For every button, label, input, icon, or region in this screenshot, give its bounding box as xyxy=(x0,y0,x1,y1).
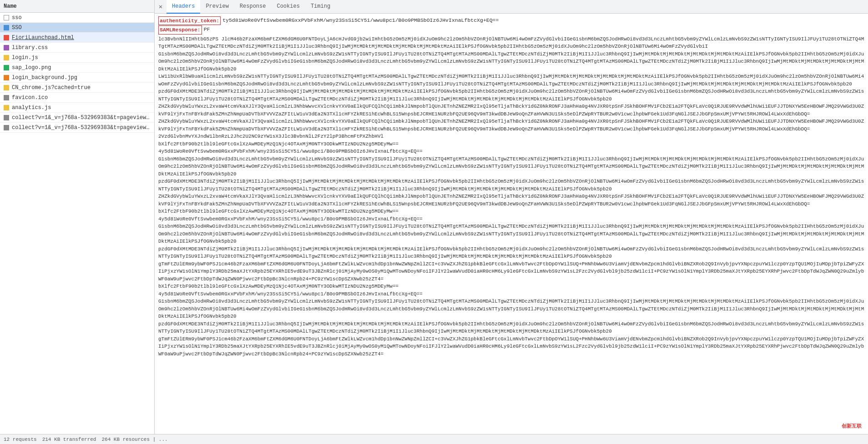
file-icon-png xyxy=(4,65,9,70)
right-panel: ✕ HeadersPreviewResponseCookiesTiming au… xyxy=(155,0,868,434)
file-item-collect1[interactable]: collect?v=1&_v=j768a-532969383&t=pagevie… xyxy=(0,113,154,123)
tab-headers[interactable]: Headers xyxy=(167,0,200,14)
file-item-login-bg[interactable]: login_background.jpg xyxy=(0,73,154,83)
file-icon-collect xyxy=(4,115,9,120)
file-name: login.js xyxy=(12,55,38,61)
checkbox-icon[interactable] xyxy=(4,15,9,20)
file-name: FioriLaunchpad.html xyxy=(12,35,74,41)
tab-response[interactable]: Response xyxy=(234,0,272,14)
close-button[interactable]: ✕ xyxy=(156,3,165,11)
tab-timing[interactable]: Timing xyxy=(305,0,336,14)
file-item-sap-logo[interactable]: sap_logo.png xyxy=(0,63,154,73)
authenticity-token-value: ty5d81WoRe0VftSvwbem0RGxxPVbFxhM/wny23Ss… xyxy=(222,16,499,25)
file-name: collect?v=1&_v=j768a-532969383&t=pagevie… xyxy=(12,115,151,121)
file-item-cn-chrome[interactable]: CN_chrome.js?cached=true xyxy=(0,83,154,93)
tab-preview[interactable]: Preview xyxy=(200,0,234,14)
status-bar: 12 requests 214 KB transferred 264 KB re… xyxy=(0,434,868,444)
file-item-collect2[interactable]: collect?v=1&_v=j768a-532969383&t=pagevie… xyxy=(0,123,154,133)
file-icon-js xyxy=(4,105,9,110)
file-icon-js xyxy=(4,85,9,90)
file-item-sso-lower[interactable]: sso xyxy=(0,13,154,23)
file-item-sso-upper[interactable]: SSO xyxy=(0,23,154,33)
file-icon-css xyxy=(4,45,9,50)
file-icon-js xyxy=(4,55,9,60)
transferred-size: 214 KB transferred xyxy=(42,437,96,442)
file-name: sso xyxy=(12,15,22,21)
left-panel-header: Name xyxy=(0,0,154,13)
file-name: sap_logo.png xyxy=(12,65,51,71)
file-name: favicon.ico xyxy=(12,95,48,101)
file-name: CN_chrome.js?cached=true xyxy=(12,85,91,91)
column-header-name: Name xyxy=(4,3,17,10)
authenticity-token-label: authenticity_token: xyxy=(158,16,221,25)
content-area: authenticity_token:ty5d81WoRe0VftSvwbem0… xyxy=(155,14,868,434)
file-icon-jpg xyxy=(4,75,9,80)
file-name: collect?v=1&_v=j768a-532969383&t=pagevie… xyxy=(12,125,151,131)
saml-response-body: lc3BvbnNlIIHhtbG5zPS JlcM46b2FzaXM6bmFtZ… xyxy=(158,35,864,358)
field-authenticity-token: authenticity_token:ty5d81WoRe0VftSvwbem0… xyxy=(158,16,864,25)
tabs-bar: ✕ HeadersPreviewResponseCookiesTiming xyxy=(155,0,868,14)
file-name: SSO xyxy=(12,25,22,31)
left-panel: Name ssoSSOFioriLaunchpad.htmllibrary.cs… xyxy=(0,0,155,434)
field-saml-response: SAMLResponse:PF xyxy=(158,25,864,34)
file-name: login_background.jpg xyxy=(12,75,77,81)
file-icon-doc xyxy=(4,25,9,30)
file-item-login-js[interactable]: login.js xyxy=(0,53,154,63)
file-item-favicon[interactable]: favicon.ico xyxy=(0,93,154,103)
watermark: 创新互联 xyxy=(840,422,863,430)
file-item-library-css[interactable]: library.css xyxy=(0,43,154,53)
resources-size: 264 KB resources | ... xyxy=(101,437,167,442)
file-name: analytics.js xyxy=(12,105,51,111)
requests-count: 12 requests xyxy=(4,437,37,442)
file-name: library.css xyxy=(12,45,48,51)
tab-cookies[interactable]: Cookies xyxy=(271,0,305,14)
file-item-analytics[interactable]: analytics.js xyxy=(0,103,154,113)
file-list: ssoSSOFioriLaunchpad.htmllibrary.csslogi… xyxy=(0,13,154,434)
file-item-fiori[interactable]: FioriLaunchpad.html xyxy=(0,33,154,43)
file-icon-html xyxy=(4,35,9,40)
file-icon-ico xyxy=(4,95,9,100)
saml-response-value: PF xyxy=(204,25,210,34)
tabs-container: HeadersPreviewResponseCookiesTiming xyxy=(167,0,336,14)
file-icon-collect xyxy=(4,125,9,130)
saml-response-label: SAMLResponse: xyxy=(158,25,202,34)
main-container: Name ssoSSOFioriLaunchpad.htmllibrary.cs… xyxy=(0,0,868,434)
